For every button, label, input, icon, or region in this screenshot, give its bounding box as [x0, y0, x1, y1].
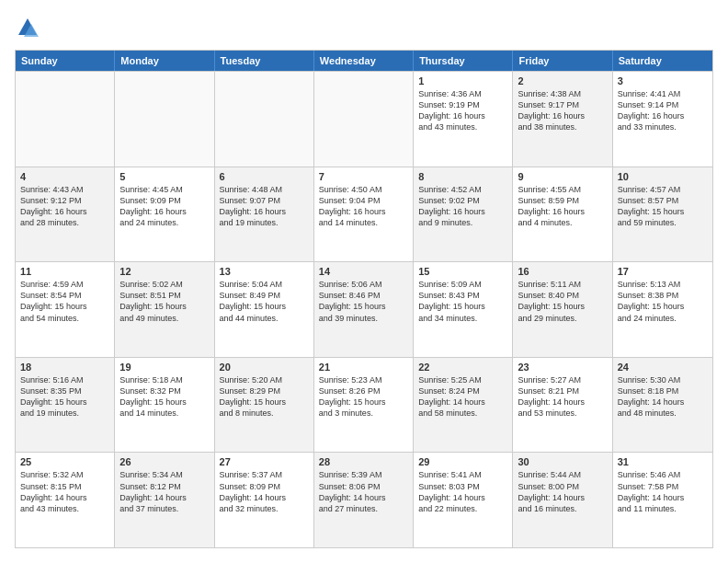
day-info: Sunrise: 5:27 AMSunset: 8:21 PMDaylight:… [518, 374, 607, 419]
day-number: 30 [518, 456, 607, 467]
day-info: Sunrise: 4:48 AMSunset: 9:07 PMDaylight:… [220, 184, 309, 229]
day-info: Sunrise: 4:43 AMSunset: 9:12 PMDaylight:… [20, 184, 109, 229]
cal-day-4: 4Sunrise: 4:43 AMSunset: 9:12 PMDaylight… [16, 167, 115, 262]
day-number: 28 [319, 456, 408, 467]
day-number: 31 [618, 456, 708, 467]
cal-day-6: 6Sunrise: 4:48 AMSunset: 9:07 PMDaylight… [215, 167, 314, 262]
day-info: Sunrise: 4:38 AMSunset: 9:17 PMDaylight:… [518, 88, 607, 133]
day-number: 14 [319, 266, 408, 277]
day-info: Sunrise: 5:09 AMSunset: 8:43 PMDaylight:… [418, 279, 507, 324]
day-number: 21 [319, 362, 408, 373]
cal-day-15: 15Sunrise: 5:09 AMSunset: 8:43 PMDayligh… [414, 262, 513, 357]
cal-day-28: 28Sunrise: 5:39 AMSunset: 8:06 PMDayligh… [314, 453, 414, 547]
day-number: 15 [418, 266, 507, 277]
cal-week-3: 11Sunrise: 4:59 AMSunset: 8:54 PMDayligh… [16, 261, 712, 357]
day-number: 3 [618, 75, 708, 86]
day-info: Sunrise: 5:30 AMSunset: 8:18 PMDaylight:… [618, 374, 708, 419]
day-number: 22 [418, 362, 507, 373]
cal-empty [215, 72, 314, 167]
cal-day-26: 26Sunrise: 5:34 AMSunset: 8:12 PMDayligh… [115, 453, 214, 547]
cal-day-23: 23Sunrise: 5:27 AMSunset: 8:21 PMDayligh… [513, 358, 612, 453]
day-info: Sunrise: 5:41 AMSunset: 8:03 PMDaylight:… [418, 469, 507, 514]
cal-day-21: 21Sunrise: 5:23 AMSunset: 8:26 PMDayligh… [314, 358, 414, 453]
day-number: 26 [119, 456, 209, 467]
day-info: Sunrise: 5:23 AMSunset: 8:26 PMDaylight:… [319, 374, 408, 419]
cal-week-2: 4Sunrise: 4:43 AMSunset: 9:12 PMDaylight… [16, 167, 712, 262]
day-number: 16 [518, 266, 607, 277]
day-number: 12 [119, 266, 209, 277]
cal-day-8: 8Sunrise: 4:52 AMSunset: 9:02 PMDaylight… [414, 167, 513, 262]
day-header-tuesday: Tuesday [215, 51, 314, 71]
day-number: 25 [20, 456, 109, 467]
day-number: 13 [220, 266, 309, 277]
cal-empty [16, 72, 115, 167]
cal-day-17: 17Sunrise: 5:13 AMSunset: 8:38 PMDayligh… [613, 262, 712, 357]
day-number: 2 [518, 75, 607, 86]
header [15, 15, 713, 40]
day-number: 18 [20, 362, 109, 373]
cal-day-25: 25Sunrise: 5:32 AMSunset: 8:15 PMDayligh… [16, 453, 115, 547]
cal-day-2: 2Sunrise: 4:38 AMSunset: 9:17 PMDaylight… [513, 72, 612, 167]
cal-empty [314, 72, 414, 167]
cal-day-3: 3Sunrise: 4:41 AMSunset: 9:14 PMDaylight… [613, 72, 712, 167]
day-number: 20 [220, 362, 309, 373]
day-number: 24 [618, 362, 708, 373]
day-number: 11 [20, 266, 109, 277]
day-info: Sunrise: 4:41 AMSunset: 9:14 PMDaylight:… [618, 88, 708, 133]
day-number: 6 [220, 171, 309, 182]
cal-day-18: 18Sunrise: 5:16 AMSunset: 8:35 PMDayligh… [16, 358, 115, 453]
day-header-thursday: Thursday [414, 51, 513, 71]
day-info: Sunrise: 5:25 AMSunset: 8:24 PMDaylight:… [418, 374, 507, 419]
calendar-body: 1Sunrise: 4:36 AMSunset: 9:19 PMDaylight… [16, 71, 712, 547]
day-info: Sunrise: 5:18 AMSunset: 8:32 PMDaylight:… [119, 374, 209, 419]
day-info: Sunrise: 4:52 AMSunset: 9:02 PMDaylight:… [418, 184, 507, 229]
day-number: 29 [418, 456, 507, 467]
day-header-friday: Friday [513, 51, 612, 71]
day-header-wednesday: Wednesday [314, 51, 414, 71]
day-info: Sunrise: 4:59 AMSunset: 8:54 PMDaylight:… [20, 279, 109, 324]
day-info: Sunrise: 5:20 AMSunset: 8:29 PMDaylight:… [220, 374, 309, 419]
cal-day-30: 30Sunrise: 5:44 AMSunset: 8:00 PMDayligh… [513, 453, 612, 547]
cal-day-16: 16Sunrise: 5:11 AMSunset: 8:40 PMDayligh… [513, 262, 612, 357]
day-header-saturday: Saturday [613, 51, 712, 71]
day-info: Sunrise: 5:37 AMSunset: 8:09 PMDaylight:… [220, 469, 309, 514]
cal-week-4: 18Sunrise: 5:16 AMSunset: 8:35 PMDayligh… [16, 357, 712, 453]
cal-day-5: 5Sunrise: 4:45 AMSunset: 9:09 PMDaylight… [115, 167, 214, 262]
day-info: Sunrise: 5:46 AMSunset: 7:58 PMDaylight:… [618, 469, 708, 514]
day-number: 7 [319, 171, 408, 182]
calendar: SundayMondayTuesdayWednesdayThursdayFrid… [15, 50, 713, 548]
calendar-header: SundayMondayTuesdayWednesdayThursdayFrid… [16, 51, 712, 71]
day-info: Sunrise: 5:16 AMSunset: 8:35 PMDaylight:… [20, 374, 109, 419]
cal-day-27: 27Sunrise: 5:37 AMSunset: 8:09 PMDayligh… [215, 453, 314, 547]
day-info: Sunrise: 5:04 AMSunset: 8:49 PMDaylight:… [220, 279, 309, 324]
day-number: 10 [618, 171, 708, 182]
day-number: 17 [618, 266, 708, 277]
cal-day-1: 1Sunrise: 4:36 AMSunset: 9:19 PMDaylight… [414, 72, 513, 167]
day-number: 8 [418, 171, 507, 182]
day-info: Sunrise: 5:44 AMSunset: 8:00 PMDaylight:… [518, 469, 607, 514]
day-info: Sunrise: 5:11 AMSunset: 8:40 PMDaylight:… [518, 279, 607, 324]
cal-day-14: 14Sunrise: 5:06 AMSunset: 8:46 PMDayligh… [314, 262, 414, 357]
day-number: 19 [119, 362, 209, 373]
cal-day-22: 22Sunrise: 5:25 AMSunset: 8:24 PMDayligh… [414, 358, 513, 453]
cal-day-24: 24Sunrise: 5:30 AMSunset: 8:18 PMDayligh… [613, 358, 712, 453]
day-info: Sunrise: 5:34 AMSunset: 8:12 PMDaylight:… [119, 469, 209, 514]
day-info: Sunrise: 5:32 AMSunset: 8:15 PMDaylight:… [20, 469, 109, 514]
logo [15, 15, 44, 40]
cal-day-7: 7Sunrise: 4:50 AMSunset: 9:04 PMDaylight… [314, 167, 414, 262]
day-number: 23 [518, 362, 607, 373]
day-info: Sunrise: 5:13 AMSunset: 8:38 PMDaylight:… [618, 279, 708, 324]
day-info: Sunrise: 4:55 AMSunset: 8:59 PMDaylight:… [518, 184, 607, 229]
day-number: 1 [418, 75, 507, 86]
cal-day-12: 12Sunrise: 5:02 AMSunset: 8:51 PMDayligh… [115, 262, 214, 357]
day-number: 27 [220, 456, 309, 467]
day-info: Sunrise: 4:57 AMSunset: 8:57 PMDaylight:… [618, 184, 708, 229]
day-number: 5 [119, 171, 209, 182]
cal-day-13: 13Sunrise: 5:04 AMSunset: 8:49 PMDayligh… [215, 262, 314, 357]
day-info: Sunrise: 4:50 AMSunset: 9:04 PMDaylight:… [319, 184, 408, 229]
cal-week-5: 25Sunrise: 5:32 AMSunset: 8:15 PMDayligh… [16, 452, 712, 547]
logo-icon [15, 15, 40, 40]
day-info: Sunrise: 4:36 AMSunset: 9:19 PMDaylight:… [418, 88, 507, 133]
day-number: 4 [20, 171, 109, 182]
day-header-sunday: Sunday [16, 51, 115, 71]
